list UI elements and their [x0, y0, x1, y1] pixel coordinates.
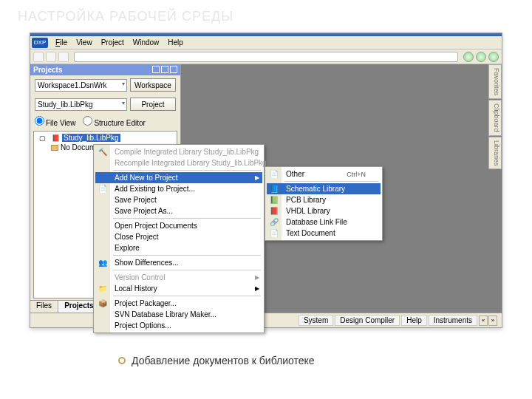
tab-files[interactable]: Files [30, 301, 58, 313]
panel-header: Projects [30, 64, 180, 75]
submenu-arrow-icon: ▶ [255, 274, 259, 281]
address-combo[interactable] [74, 52, 458, 62]
submenu-arrow-icon: ▶ [255, 174, 259, 181]
bullet-icon [118, 357, 126, 364]
project-button[interactable]: Project [130, 98, 176, 111]
menu-show-diff[interactable]: 👥Show Differences... [95, 257, 262, 268]
menu-packager[interactable]: 📦Project Packager... [95, 298, 262, 309]
submenu-pcb-library[interactable]: 📗PCB Library [267, 194, 381, 205]
packager-icon: 📦 [98, 299, 108, 309]
textdoc-icon: 📄 [269, 228, 279, 239]
pcb-icon: 📗 [269, 195, 279, 205]
menu-save-as[interactable]: Save Project As... [95, 205, 262, 216]
menu-recompile[interactable]: Recompile Integrated Library Study_lib.L… [95, 157, 262, 168]
sb-help[interactable]: Help [401, 315, 427, 326]
compile-icon: 🔨 [98, 147, 108, 157]
menu-options[interactable]: Project Options... [95, 320, 262, 331]
sb-arrows: « » [479, 316, 497, 326]
folder-icon [50, 143, 58, 151]
menu-view[interactable]: View [72, 38, 97, 47]
vhdl-icon: 📕 [269, 206, 279, 216]
context-menu-project: 🔨Compile Integrated Library Study_lib.Li… [93, 144, 265, 333]
schematic-icon: 📘 [269, 184, 279, 194]
menu-close[interactable]: Close Project [95, 231, 262, 242]
collapse-icon[interactable]: ▢ [38, 134, 47, 142]
submenu-schematic-library[interactable]: 📘Schematic Library [267, 183, 381, 194]
toolbar [30, 50, 502, 64]
sb-instruments[interactable]: Instruments [429, 315, 477, 326]
panel-close-icon[interactable] [170, 66, 177, 73]
side-tab-clipboard[interactable]: Clipboard [488, 100, 502, 136]
menu-svn[interactable]: SVN Database Library Maker... [95, 309, 262, 320]
slide-title: НАСТРОЙКА РАБОЧЕЙ СРЕДЫ [0, 0, 532, 27]
tb-save-icon[interactable] [58, 52, 69, 62]
menu-history[interactable]: 📁Local History▶ [95, 283, 262, 294]
panel-menu-icon[interactable] [152, 66, 160, 73]
submenu-other[interactable]: 📄OtherCtrl+N [267, 168, 381, 180]
go-back-icon[interactable] [463, 52, 474, 62]
radio-structure-editor[interactable]: Structure Editor [83, 116, 145, 127]
submenu-text-doc[interactable]: 📄Text Document [267, 228, 381, 239]
menu-add-new[interactable]: Add New to Project▶ [95, 172, 262, 183]
radio-file-view[interactable]: File View [35, 116, 75, 127]
menu-explore[interactable]: Explore [95, 242, 262, 253]
panel-pin-icon[interactable] [161, 66, 168, 73]
sb-next-icon[interactable]: » [488, 316, 497, 326]
project-combo[interactable]: Study_lib.LibPkg [35, 98, 127, 111]
tree-root-label: Study_lib.LibPkg [62, 134, 120, 142]
history-icon: 📁 [98, 284, 108, 294]
tb-open-icon[interactable] [46, 52, 56, 62]
side-tabs: Favorites Clipboard Libraries [488, 64, 502, 170]
submenu-arrow-icon: ▶ [255, 285, 259, 292]
menu-compile[interactable]: 🔨Compile Integrated Library Study_lib.Li… [95, 146, 262, 157]
submenu-vhdl-library[interactable]: 📕VHDL Library [267, 205, 381, 216]
doc-icon: 📄 [269, 169, 279, 180]
menu-project[interactable]: Project [97, 38, 129, 47]
menu-add-existing[interactable]: 📄Add Existing to Project... [95, 183, 262, 194]
submenu-dblink[interactable]: 🔗Database Link File [267, 216, 381, 228]
dblink-icon: 🔗 [269, 217, 279, 228]
project-icon: 📕 [52, 134, 60, 142]
menu-window[interactable]: Window [129, 38, 164, 47]
workspace-combo[interactable]: Workspace1.DsnWrk [35, 79, 127, 92]
tb-new-icon[interactable] [33, 52, 44, 62]
menubar: DXP FFileile View Project Window Help [30, 36, 502, 50]
side-tab-libraries[interactable]: Libraries [488, 137, 502, 170]
sb-prev-icon[interactable]: « [479, 316, 488, 326]
app-logo: DXP [32, 38, 48, 48]
workspace-button[interactable]: Workspace [130, 78, 176, 92]
sb-system[interactable]: System [299, 315, 333, 326]
go-fwd-icon[interactable] [476, 52, 486, 62]
menu-file[interactable]: FFileile [51, 38, 72, 47]
tree-root-row[interactable]: ▢ 📕 Study_lib.LibPkg [35, 133, 175, 143]
menu-help[interactable]: Help [163, 38, 188, 47]
sb-design-compiler[interactable]: Design Compiler [335, 315, 400, 326]
side-tab-favorites[interactable]: Favorites [488, 64, 502, 99]
submenu-add-new: 📄OtherCtrl+N 📘Schematic Library 📗PCB Lib… [265, 166, 383, 241]
menu-open-docs[interactable]: Open Project Documents [95, 220, 262, 231]
home-icon[interactable] [488, 52, 499, 62]
slide-caption: Добавление документов к библиотеке [118, 355, 315, 366]
diff-icon: 👥 [98, 258, 108, 268]
add-existing-icon: 📄 [98, 184, 108, 194]
menu-version[interactable]: Version Control▶ [95, 272, 262, 283]
menu-save[interactable]: Save Project [95, 194, 262, 205]
